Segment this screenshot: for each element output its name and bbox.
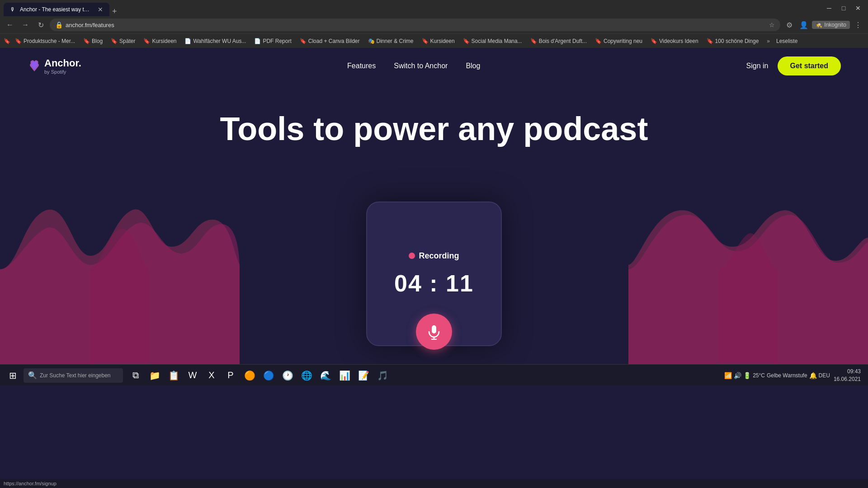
close-button[interactable]: ✕ bbox=[852, 2, 864, 14]
extensions-button[interactable]: ⚙ bbox=[783, 19, 796, 31]
logo[interactable]: Anchor. by Spotify bbox=[27, 57, 81, 75]
bookmarks-more-button[interactable]: » bbox=[765, 37, 772, 45]
bookmark-star-icon[interactable]: ☆ bbox=[769, 21, 775, 28]
address-bar-row: ← → ↻ 🔒 anchor.fm/features ☆ ⚙ 👤 🕵 Inkog… bbox=[0, 16, 868, 33]
bookmark-copywriting[interactable]: 🔖 Copywriting neu bbox=[591, 37, 646, 45]
bookmark-label: Cload + Canva Bilder bbox=[308, 38, 360, 44]
bookmark-blog[interactable]: 🔖 Blog bbox=[80, 37, 106, 45]
reading-list-button[interactable]: Leseliste bbox=[773, 37, 801, 45]
navbar: Anchor. by Spotify Features Switch to An… bbox=[0, 48, 868, 84]
taskbar-search[interactable]: 🔍 Zur Suche Text hier eingeben bbox=[24, 368, 123, 383]
bookmark-bois[interactable]: 🔖 Bois d'Argent Duft... bbox=[527, 37, 590, 45]
address-action-icons: ☆ bbox=[769, 21, 775, 28]
search-icon: 🔍 bbox=[28, 371, 37, 380]
volume-icon[interactable]: 🔊 bbox=[734, 372, 741, 379]
nav-features[interactable]: Features bbox=[347, 62, 376, 70]
taskbar-app-6[interactable]: 📝 bbox=[354, 366, 373, 385]
taskbar-app-5[interactable]: 📊 bbox=[335, 366, 354, 385]
bookmark-label: Produktsuche - Mer... bbox=[24, 38, 75, 44]
bookmark-icon: 🔖 bbox=[530, 38, 537, 44]
bookmark-social[interactable]: 🔖 Social Media Mana... bbox=[459, 37, 526, 45]
bookmark-label: Blog bbox=[92, 38, 103, 44]
bookmark-icon: 🔖 bbox=[707, 38, 713, 44]
bookmark-icon: 🎭 bbox=[368, 38, 375, 44]
wifi-icon[interactable]: 📶 bbox=[724, 372, 732, 379]
taskbar-chrome-icon[interactable]: 🌐 bbox=[297, 366, 316, 385]
lock-icon: 🔒 bbox=[55, 21, 63, 28]
window-controls: ─ □ ✕ bbox=[823, 2, 864, 14]
tab-favicon: 🎙 bbox=[10, 6, 16, 13]
bookmark-videokurs[interactable]: 🔖 Videokurs Ideen bbox=[647, 37, 702, 45]
system-icons: 📶 🔊 🔋 25°C Gelbe Warnstufe 🔔 DEU bbox=[724, 372, 830, 379]
file-explorer-icon[interactable]: 📁 bbox=[146, 366, 164, 385]
recording-status: Recording bbox=[419, 251, 459, 261]
bookmark-kursideen[interactable]: 🔖 Kursideen bbox=[140, 37, 180, 45]
bookmark-label: Kursideen bbox=[430, 38, 455, 44]
recording-card: Recording 04 : 11 bbox=[366, 202, 502, 346]
bookmark-spater[interactable]: 🔖 Später bbox=[107, 37, 139, 45]
warning-text: Gelbe Warnstufe bbox=[767, 372, 807, 379]
taskbar-powerpoint-icon[interactable]: P bbox=[222, 366, 240, 385]
taskbar: ⊞ 🔍 Zur Suche Text hier eingeben ⧉ 📁 📋 W… bbox=[0, 364, 868, 386]
tab-close-button[interactable]: ✕ bbox=[98, 6, 103, 13]
system-time: 09:43 16.06.2021 bbox=[834, 368, 861, 383]
anchor-logo-icon bbox=[27, 59, 42, 73]
taskbar-app-3[interactable]: 🔵 bbox=[259, 366, 278, 385]
nav-switch-to-anchor[interactable]: Switch to Anchor bbox=[394, 62, 448, 70]
maximize-button[interactable]: □ bbox=[837, 2, 850, 14]
battery-icon[interactable]: 🔋 bbox=[743, 372, 751, 379]
bookmark-produktsuche[interactable]: 🔖 Produktsuche - Mer... bbox=[11, 37, 79, 45]
bookmark-label: Später bbox=[119, 38, 135, 44]
bookmark-label: Social Media Mana... bbox=[472, 38, 522, 44]
browser-actions: ⚙ 👤 🕵 Inkognito ⋮ bbox=[783, 19, 864, 31]
mic-button[interactable] bbox=[416, 314, 452, 350]
page-content: Anchor. by Spotify Features Switch to An… bbox=[0, 48, 868, 364]
get-started-button[interactable]: Get started bbox=[778, 56, 841, 75]
bookmark-100dinge[interactable]: 🔖 100 schöne Dinge bbox=[703, 37, 763, 45]
new-tab-button[interactable]: + bbox=[109, 7, 120, 16]
recording-badge: Recording bbox=[409, 251, 459, 261]
bookmark-label: Dinner & Crime bbox=[377, 38, 414, 44]
microphone-icon bbox=[426, 324, 442, 340]
bookmark-label: Bois d'Argent Duft... bbox=[539, 38, 587, 44]
clock-date: 16.06.2021 bbox=[834, 375, 861, 383]
hero-title: Tools to power any podcast bbox=[220, 111, 648, 147]
logo-by: by Spotify bbox=[44, 69, 81, 75]
taskbar-excel-icon[interactable]: X bbox=[203, 366, 221, 385]
taskbar-spotify-icon[interactable]: 🎵 bbox=[373, 366, 392, 385]
start-button[interactable]: ⊞ bbox=[4, 366, 22, 385]
bookmark-kursideen2[interactable]: 🔖 Kursideen bbox=[418, 37, 458, 45]
tab-bar: 🎙 Anchor - The easiest way to ma... ✕ + bbox=[4, 0, 816, 16]
sign-in-link[interactable]: Sign in bbox=[746, 62, 769, 70]
incognito-button[interactable]: 🕵 Inkognito bbox=[812, 21, 850, 29]
taskbar-app-1[interactable]: 📋 bbox=[165, 366, 183, 385]
bookmark-wahlfacher[interactable]: 📄 Wahlfächer WU Aus... bbox=[181, 37, 250, 45]
recording-timer: 04 : 11 bbox=[394, 270, 474, 297]
notification-icon[interactable]: 🔔 bbox=[809, 372, 817, 379]
nav-blog[interactable]: Blog bbox=[466, 62, 480, 70]
reload-button[interactable]: ↻ bbox=[34, 19, 47, 31]
bookmark-label: Wahlfächer WU Aus... bbox=[193, 38, 246, 44]
nav-actions: Sign in Get started bbox=[746, 56, 841, 75]
bookmark-pdf[interactable]: 📄 PDF Report bbox=[250, 37, 295, 45]
address-box[interactable]: 🔒 anchor.fm/features ☆ bbox=[50, 19, 780, 31]
taskbar-app-4[interactable]: 🕐 bbox=[278, 366, 297, 385]
taskbar-app-2[interactable]: 🟠 bbox=[241, 366, 259, 385]
taskbar-edge-icon[interactable]: 🌊 bbox=[316, 366, 335, 385]
forward-button[interactable]: → bbox=[19, 19, 32, 31]
bookmark-label: Kursideen bbox=[152, 38, 176, 44]
taskbar-word-icon[interactable]: W bbox=[184, 366, 202, 385]
active-tab[interactable]: 🎙 Anchor - The easiest way to ma... ✕ bbox=[4, 3, 109, 16]
profile-button[interactable]: 👤 bbox=[797, 19, 810, 31]
bookmark-icon: 🔖 bbox=[651, 38, 657, 44]
back-button[interactable]: ← bbox=[4, 19, 16, 31]
minimize-button[interactable]: ─ bbox=[823, 2, 835, 14]
recording-dot bbox=[409, 253, 415, 259]
bookmark-label: PDF Report bbox=[263, 38, 291, 44]
bookmark-icon: 🔖 bbox=[143, 38, 150, 44]
url-text: anchor.fm/features bbox=[66, 22, 766, 28]
task-view-button[interactable]: ⧉ bbox=[127, 366, 145, 385]
bookmark-cload[interactable]: 🔖 Cload + Canva Bilder bbox=[296, 37, 363, 45]
menu-button[interactable]: ⋮ bbox=[852, 19, 864, 31]
bookmark-dinner[interactable]: 🎭 Dinner & Crime bbox=[364, 37, 417, 45]
